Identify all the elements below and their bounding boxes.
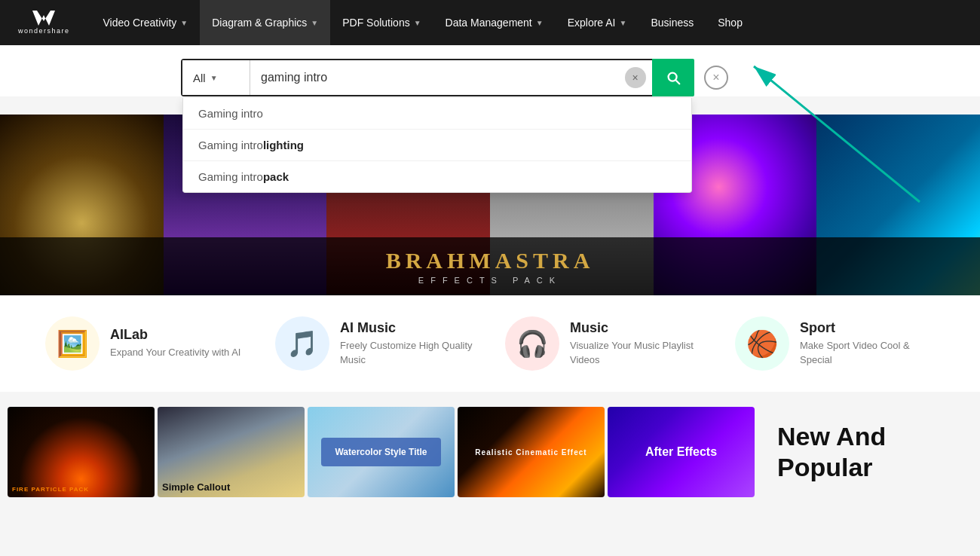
ai-music-icon: 🎵 [275, 316, 329, 371]
thumbnail-watercolor[interactable]: Watercolor Style Title [308, 407, 455, 497]
new-popular-line1: New And [777, 422, 886, 451]
search-input[interactable] [250, 60, 625, 95]
music-title: Music [570, 320, 705, 336]
ai-music-desc: Freely Customize High Quality Music [340, 339, 475, 366]
music-text: Music Visualize Your Music Playlist Vide… [570, 320, 705, 366]
search-icon [665, 69, 681, 86]
suggestions-dropdown: Gaming intro Gaming introlighting Gaming… [182, 98, 692, 193]
ailab-desc: Expand Your Creativity with AI [110, 346, 240, 359]
svg-marker-0 [32, 11, 55, 26]
bottom-section: Fire Particle Pack Simple Callout Waterc… [0, 392, 980, 512]
nav-item-explore-ai[interactable]: Explore AI ▼ [556, 0, 639, 45]
feature-card-sport[interactable]: 🏀 Sport Make Sport Video Cool & Special [735, 316, 935, 371]
logo-text: wondershare [18, 27, 70, 35]
nav-item-diagram-graphics[interactable]: Diagram & Graphics ▼ [200, 0, 330, 45]
hero-title: BRAHMASTRA [0, 248, 980, 273]
chevron-down-icon: ▼ [180, 19, 188, 27]
ailab-title: AILab [110, 327, 240, 343]
nav-label-business: Business [651, 17, 694, 29]
nav-label-shop: Shop [718, 17, 743, 29]
sport-title: Sport [800, 320, 935, 336]
ailab-text: AILab Expand Your Creativity with AI [110, 327, 240, 359]
sport-desc: Make Sport Video Cool & Special [800, 339, 935, 366]
music-desc: Visualize Your Music Playlist Videos [570, 339, 705, 366]
chevron-down-icon-5: ▼ [620, 19, 627, 27]
clear-button[interactable]: × [625, 67, 646, 88]
ai-music-text: AI Music Freely Customize High Quality M… [340, 320, 475, 366]
thumbnail-afterfx[interactable]: After Effects [608, 407, 755, 497]
ai-music-title: AI Music [340, 320, 475, 336]
nav-label-data-management: Data Management [446, 17, 532, 29]
new-popular-title: New And Popular [777, 421, 886, 483]
suggestion-text-1: Gaming intro [198, 107, 263, 120]
nav-label-diagram-graphics: Diagram & Graphics [212, 17, 307, 29]
nav-label-explore-ai: Explore AI [568, 17, 616, 29]
suggestion-bold-3: pack [263, 170, 289, 183]
cinematic-label: Realistic Cinematic Effect [469, 441, 593, 463]
ailab-icon: 🖼️ [45, 316, 100, 371]
dropdown-arrow-icon: ▼ [210, 74, 218, 82]
search-button[interactable] [652, 59, 694, 96]
chevron-down-icon-3: ▼ [414, 19, 421, 27]
hero-subtitle: EFFECTS PACK [0, 276, 980, 285]
features-section: 🖼️ AILab Expand Your Creativity with AI … [0, 295, 980, 392]
suggestion-prefix-3: Gaming intro [198, 170, 263, 183]
nav-label-pdf-solutions: PDF Solutions [342, 17, 409, 29]
feature-card-ai-music[interactable]: 🎵 AI Music Freely Customize High Quality… [275, 316, 475, 371]
chevron-down-icon-4: ▼ [536, 19, 544, 27]
category-selector[interactable]: All ▼ [182, 60, 250, 95]
sport-text: Sport Make Sport Video Cool & Special [800, 320, 935, 366]
suggestion-item-1[interactable]: Gaming intro [183, 98, 691, 130]
suggestion-bold-2: lighting [263, 139, 304, 151]
search-box: All ▼ × Gaming intro Gaming introlightin… [181, 59, 694, 96]
feature-card-ailab[interactable]: 🖼️ AILab Expand Your Creativity with AI [45, 316, 245, 371]
navbar: wondershare Video Creativity ▼ Diagram &… [0, 0, 980, 45]
close-search-button[interactable]: × [704, 66, 728, 90]
thumbnail-cinematic[interactable]: Realistic Cinematic Effect [458, 407, 605, 497]
thumbnail-callout[interactable]: Simple Callout [158, 407, 305, 497]
fire-thumb-content [8, 407, 155, 497]
nav-item-video-creativity[interactable]: Video Creativity ▼ [91, 0, 201, 45]
nav-item-shop[interactable]: Shop [706, 0, 755, 45]
suggestion-prefix-2: Gaming intro [198, 139, 263, 151]
nav-item-data-management[interactable]: Data Management ▼ [433, 0, 556, 45]
suggestion-item-3[interactable]: Gaming intropack [183, 161, 691, 192]
search-row: All ▼ × Gaming intro Gaming introlightin… [181, 59, 980, 96]
new-popular-box: New And Popular [755, 421, 972, 483]
nav-label-video-creativity: Video Creativity [103, 17, 177, 29]
chevron-down-icon-2: ▼ [311, 19, 318, 27]
afterfx-label: After Effects [645, 445, 717, 459]
category-label: All [193, 72, 206, 84]
fire-thumb-label: Fire Particle Pack [12, 486, 150, 493]
search-area: All ▼ × Gaming intro Gaming introlightin… [0, 45, 980, 96]
thumbnail-fire[interactable]: Fire Particle Pack [8, 407, 155, 497]
new-popular-line2: Popular [777, 453, 873, 481]
music-icon: 🎧 [505, 316, 559, 371]
logo[interactable]: wondershare [18, 11, 70, 35]
feature-card-music[interactable]: 🎧 Music Visualize Your Music Playlist Vi… [505, 316, 705, 371]
callout-thumb-label: Simple Callout [162, 481, 300, 493]
suggestion-item-2[interactable]: Gaming introlighting [183, 130, 691, 161]
nav-item-pdf-solutions[interactable]: PDF Solutions ▼ [330, 0, 433, 45]
nav-item-business[interactable]: Business [639, 0, 706, 45]
sport-icon: 🏀 [735, 316, 789, 371]
hero-bottom-bar: BRAHMASTRA EFFECTS PACK [0, 237, 980, 295]
thumbnail-grid: Fire Particle Pack Simple Callout Waterc… [8, 407, 755, 497]
watercolor-inner: Watercolor Style Title [321, 438, 440, 466]
